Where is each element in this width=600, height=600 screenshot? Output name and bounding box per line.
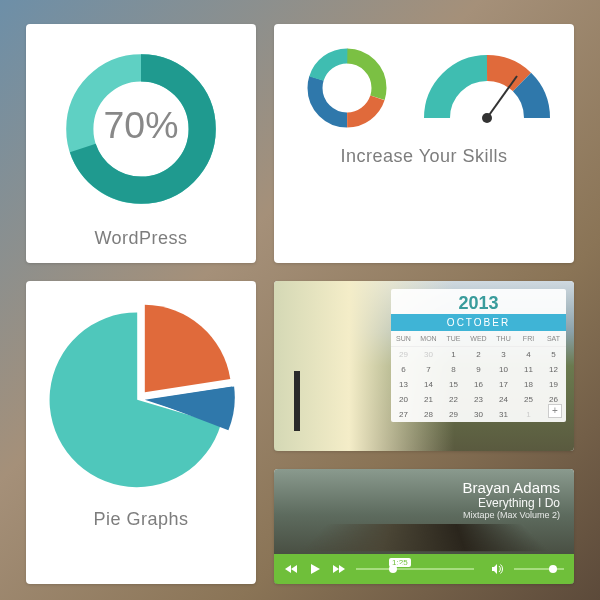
- calendar-year: 2013: [391, 289, 566, 314]
- skills-caption: Increase Your Skills: [284, 146, 564, 167]
- play-icon[interactable]: [308, 562, 322, 576]
- volume-track[interactable]: [514, 568, 564, 570]
- calendar-day[interactable]: 16: [466, 377, 491, 392]
- calendar-day[interactable]: 11: [516, 362, 541, 377]
- calendar-day[interactable]: 4: [516, 347, 541, 362]
- calendar-day[interactable]: 22: [441, 392, 466, 407]
- calendar-weekday-header: SUNMONTUEWEDTHUFRISAT: [391, 331, 566, 347]
- ring-chart: [297, 38, 397, 138]
- calendar-day[interactable]: 15: [441, 377, 466, 392]
- skills-card: Increase Your Skills: [274, 24, 574, 263]
- calendar-day[interactable]: 23: [466, 392, 491, 407]
- calendar-day[interactable]: 3: [491, 347, 516, 362]
- donut-value: 70%: [104, 103, 179, 145]
- calendar-card: 2013 OCTOBER SUNMONTUEWEDTHUFRISAT 29301…: [274, 281, 574, 451]
- wordpress-donut-card: 70% WordPress: [26, 24, 256, 263]
- volume-handle[interactable]: [549, 565, 557, 573]
- progress-track[interactable]: 1:25: [356, 568, 474, 570]
- player-controls: 1:25: [274, 554, 574, 584]
- pie-card: Pie Graphs: [26, 281, 256, 584]
- calendar-day[interactable]: 29: [441, 407, 466, 422]
- progress-handle[interactable]: [389, 565, 397, 573]
- calendar-day[interactable]: 1: [441, 347, 466, 362]
- calendar-day[interactable]: 2: [466, 347, 491, 362]
- calendar-month: OCTOBER: [391, 314, 566, 331]
- calendar-panel[interactable]: 2013 OCTOBER SUNMONTUEWEDTHUFRISAT 29301…: [391, 289, 566, 422]
- calendar-day[interactable]: 7: [416, 362, 441, 377]
- next-icon[interactable]: [332, 562, 346, 576]
- calendar-day[interactable]: 30: [466, 407, 491, 422]
- pie-chart: [46, 301, 236, 491]
- calendar-add-button[interactable]: +: [548, 404, 562, 418]
- player-track: Everything I Do: [462, 496, 560, 510]
- calendar-day[interactable]: 10: [491, 362, 516, 377]
- gauge-chart: [422, 48, 552, 128]
- player-subtitle: Mixtape (Max Volume 2): [462, 510, 560, 520]
- calendar-day[interactable]: 1: [516, 407, 541, 422]
- calendar-day[interactable]: 13: [391, 377, 416, 392]
- svg-point-6: [482, 113, 492, 123]
- calendar-day[interactable]: 14: [416, 377, 441, 392]
- calendar-day[interactable]: 6: [391, 362, 416, 377]
- donut-chart: 70%: [56, 44, 226, 214]
- prev-icon[interactable]: [284, 562, 298, 576]
- pie-caption: Pie Graphs: [36, 509, 246, 530]
- donut-caption: WordPress: [36, 228, 246, 249]
- calendar-day[interactable]: 5: [541, 347, 566, 362]
- volume-icon[interactable]: [490, 562, 504, 576]
- calendar-day[interactable]: 9: [466, 362, 491, 377]
- calendar-day[interactable]: 24: [491, 392, 516, 407]
- calendar-day[interactable]: 19: [541, 377, 566, 392]
- calendar-day[interactable]: 17: [491, 377, 516, 392]
- calendar-body[interactable]: 2930123456789101112131415161718192021222…: [391, 347, 566, 422]
- calendar-day[interactable]: 21: [416, 392, 441, 407]
- music-player-card: Brayan Adams Everything I Do Mixtape (Ma…: [274, 469, 574, 584]
- calendar-day[interactable]: 27: [391, 407, 416, 422]
- calendar-day[interactable]: 20: [391, 392, 416, 407]
- calendar-day[interactable]: 30: [416, 347, 441, 362]
- calendar-day[interactable]: 31: [491, 407, 516, 422]
- calendar-day[interactable]: 8: [441, 362, 466, 377]
- calendar-day[interactable]: 18: [516, 377, 541, 392]
- calendar-day[interactable]: 12: [541, 362, 566, 377]
- calendar-day[interactable]: 25: [516, 392, 541, 407]
- calendar-day[interactable]: 28: [416, 407, 441, 422]
- calendar-day[interactable]: 29: [391, 347, 416, 362]
- player-artist: Brayan Adams: [462, 479, 560, 496]
